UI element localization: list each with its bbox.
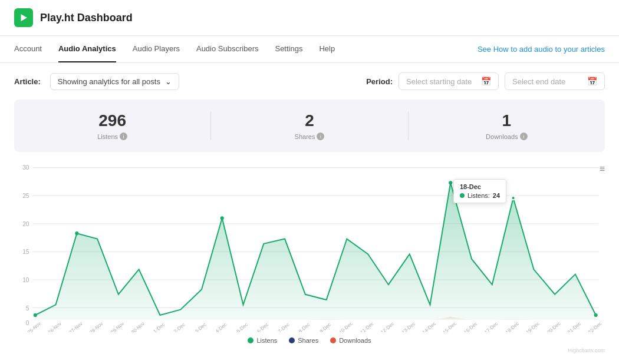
stats-bar: 296 Listens i 2 Shares i 1 Downloads i: [14, 100, 605, 152]
nav-audio-subscribers[interactable]: Audio Subscribers: [196, 36, 259, 62]
listens-info-icon[interactable]: i: [120, 133, 127, 140]
end-date-input[interactable]: Select end date 📅: [505, 72, 605, 90]
nav-audio-analytics[interactable]: Audio Analytics: [58, 36, 116, 62]
svg-text:1-Dec: 1-Dec: [153, 322, 166, 332]
svg-text:8-Dec: 8-Dec: [298, 322, 311, 332]
svg-text:4-Dec: 4-Dec: [215, 322, 228, 332]
svg-text:10: 10: [22, 277, 29, 283]
svg-text:14-Dec: 14-Dec: [422, 321, 437, 332]
chevron-down-icon: ⌄: [165, 77, 172, 86]
svg-text:3-Dec: 3-Dec: [194, 322, 207, 332]
legend-listens: Listens: [248, 337, 277, 344]
legend-listens-dot: [248, 337, 253, 343]
svg-text:15: 15: [22, 249, 29, 255]
downloads-value: 1: [409, 111, 605, 130]
legend-listens-label: Listens: [256, 337, 277, 344]
legend-shares-label: Shares: [298, 337, 318, 344]
svg-text:27-Nov: 27-Nov: [68, 320, 84, 332]
downloads-label: Downloads i: [409, 133, 605, 140]
line-chart: 30 25 20 15 10 5 0 25-Nov 26-Nov 27-: [14, 161, 605, 332]
chart-dot-active: [512, 196, 515, 200]
shares-info-icon[interactable]: i: [317, 133, 324, 140]
listens-value: 296: [14, 111, 210, 130]
period-label: Period:: [366, 77, 393, 86]
start-date-placeholder: Select starting date: [406, 77, 476, 86]
svg-text:10-Dec: 10-Dec: [338, 321, 354, 332]
svg-marker-0: [21, 14, 28, 21]
legend-shares: Shares: [289, 337, 318, 344]
svg-text:22-Dec: 22-Dec: [587, 321, 602, 332]
svg-text:5-Dec: 5-Dec: [236, 322, 249, 332]
play-icon: [18, 12, 29, 23]
svg-text:9-Dec: 9-Dec: [319, 322, 332, 332]
stat-downloads: 1 Downloads i: [408, 111, 605, 140]
end-date-placeholder: Select end date: [512, 77, 582, 86]
calendar-end-icon: 📅: [587, 77, 597, 86]
start-date-input[interactable]: Select starting date 📅: [399, 72, 499, 90]
svg-text:26-Nov: 26-Nov: [47, 320, 63, 332]
article-label: Article:: [14, 77, 41, 86]
nav-help[interactable]: Help: [319, 36, 335, 62]
chart-dot: [449, 181, 452, 184]
svg-text:2-Dec: 2-Dec: [173, 322, 186, 332]
svg-text:20-Dec: 20-Dec: [546, 321, 562, 332]
nav-account[interactable]: Account: [14, 36, 42, 62]
svg-text:30: 30: [22, 164, 29, 171]
shares-value: 2: [211, 111, 407, 130]
legend-shares-dot: [289, 337, 295, 343]
svg-text:30-Nov: 30-Nov: [130, 320, 146, 332]
logo-button[interactable]: [14, 8, 33, 27]
svg-text:20: 20: [22, 221, 29, 227]
legend-downloads-dot: [330, 337, 336, 343]
article-select-value: Showing analytics for all posts: [58, 77, 160, 86]
svg-text:18-Dec: 18-Dec: [505, 321, 520, 332]
toolbar: Article: Showing analytics for all posts…: [0, 63, 619, 100]
header: Play.ht Dashboard: [0, 0, 619, 36]
shares-label: Shares i: [211, 133, 407, 140]
legend-downloads: Downloads: [330, 337, 371, 344]
svg-text:15-Dec: 15-Dec: [442, 321, 457, 332]
svg-text:17-Dec: 17-Dec: [483, 321, 499, 332]
stat-listens: 296 Listens i: [14, 111, 210, 140]
app-title: Play.ht Dashboard: [40, 12, 133, 24]
highcharts-credit: Highcharts.com: [14, 346, 605, 356]
svg-text:16-Dec: 16-Dec: [463, 321, 478, 332]
chart-dot: [594, 313, 598, 317]
calendar-start-icon: 📅: [481, 77, 491, 86]
svg-text:7-Dec: 7-Dec: [277, 322, 290, 332]
svg-text:11-Dec: 11-Dec: [360, 321, 375, 332]
svg-text:25: 25: [22, 193, 29, 199]
article-select[interactable]: Showing analytics for all posts ⌄: [50, 73, 179, 90]
svg-text:12-Dec: 12-Dec: [380, 321, 395, 332]
svg-text:0: 0: [26, 320, 29, 326]
svg-text:5: 5: [26, 305, 29, 312]
listens-label: Listens i: [14, 133, 210, 140]
nav-audio-players[interactable]: Audio Players: [133, 36, 180, 62]
svg-text:28-Nov: 28-Nov: [89, 320, 105, 332]
chart-container: ≡ 30 25 20 15: [14, 161, 605, 356]
stat-shares: 2 Shares i: [210, 111, 407, 140]
chart-dot: [220, 216, 224, 220]
chart-legend: Listens Shares Downloads: [14, 332, 605, 346]
nav-settings[interactable]: Settings: [275, 36, 302, 62]
chart-dot: [75, 231, 78, 235]
nav-help-link[interactable]: See How to add audio to your articles: [478, 45, 605, 54]
main-nav: Account Audio Analytics Audio Players Au…: [0, 36, 619, 63]
chart-wrap: 30 25 20 15 10 5 0 25-Nov 26-Nov 27-: [14, 161, 605, 332]
svg-text:13-Dec: 13-Dec: [401, 321, 416, 332]
svg-text:29-Nov: 29-Nov: [110, 320, 126, 332]
svg-text:21-Dec: 21-Dec: [567, 321, 582, 332]
legend-downloads-label: Downloads: [339, 337, 371, 344]
svg-text:6-Dec: 6-Dec: [256, 322, 269, 332]
period-section: Period: Select starting date 📅 Select en…: [366, 72, 605, 90]
svg-text:19-Dec: 19-Dec: [525, 321, 541, 332]
chart-dot: [34, 313, 37, 317]
downloads-info-icon[interactable]: i: [520, 133, 528, 140]
